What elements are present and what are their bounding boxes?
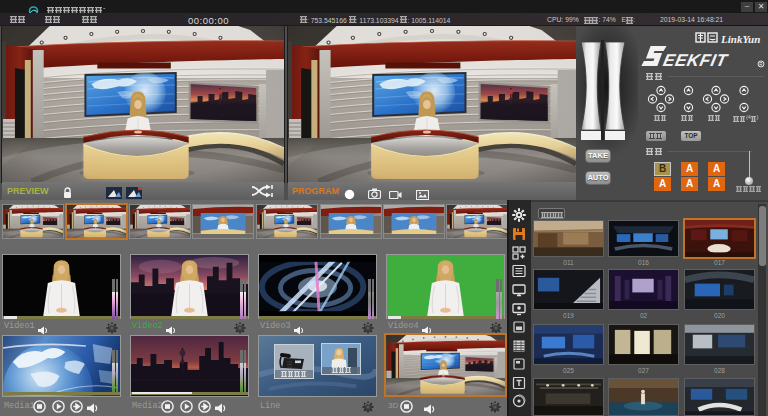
svg-text:LinkYun: LinkYun: [720, 33, 760, 45]
svg-text:EEKFIT: EEKFIT: [662, 50, 731, 70]
